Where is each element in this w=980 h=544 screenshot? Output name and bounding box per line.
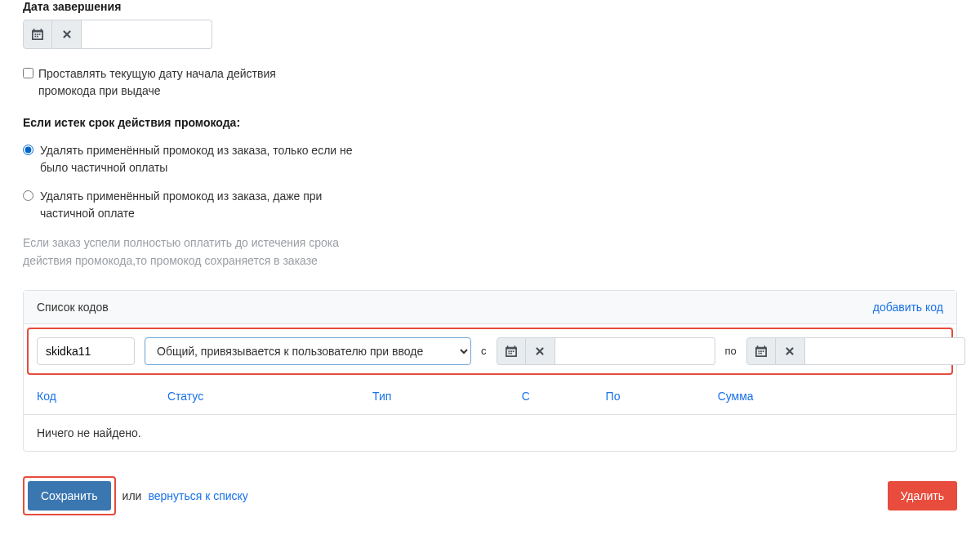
to-date-input[interactable] <box>805 337 965 365</box>
expiry-option1-row: Удалять применённый промокод из заказа, … <box>23 142 366 176</box>
expiry-section-title: Если истек срок действия промокода: <box>23 116 957 129</box>
save-button[interactable]: Сохранить <box>28 481 111 511</box>
table-header-type[interactable]: Тип <box>359 378 509 415</box>
add-code-link[interactable]: добавить код <box>873 301 943 314</box>
from-date-group <box>497 337 715 365</box>
codes-table: Код Статус Тип С По Сумма Ничего не найд… <box>24 378 956 451</box>
table-header-status[interactable]: Статус <box>154 378 359 415</box>
calendar-icon <box>506 346 517 357</box>
actions-left: Сохранить или вернуться к списку <box>23 476 248 515</box>
codes-panel-title: Список кодов <box>37 301 109 314</box>
end-date-input-group <box>23 20 957 49</box>
table-header-code[interactable]: Код <box>24 378 154 415</box>
calendar-icon <box>755 346 767 357</box>
table-header-sum[interactable]: Сумма <box>705 378 956 415</box>
codes-panel: Список кодов добавить код Общий, привязы… <box>23 290 957 452</box>
expiry-option2-label[interactable]: Удалять применённый промокод из заказа, … <box>40 188 366 222</box>
codes-panel-header: Список кодов добавить код <box>24 291 956 324</box>
expiry-help-text: Если заказ успели полностью оплатить до … <box>23 234 350 270</box>
type-select[interactable]: Общий, привязывается к пользователю при … <box>145 337 471 365</box>
table-header-from[interactable]: С <box>509 378 593 415</box>
table-header-to[interactable]: По <box>593 378 705 415</box>
to-date-group <box>746 337 965 365</box>
expiry-option1-radio[interactable] <box>23 145 33 155</box>
to-clear-button[interactable] <box>776 337 805 365</box>
code-row: Общий, привязывается к пользователю при … <box>27 328 953 375</box>
empty-message: Ничего не найдено. <box>24 414 956 451</box>
set-current-date-label[interactable]: Проставлять текущую дату начала действия… <box>38 65 333 100</box>
end-date-input[interactable] <box>82 20 212 49</box>
close-icon <box>61 29 73 40</box>
set-current-date-checkbox[interactable] <box>23 68 33 78</box>
save-button-highlight: Сохранить <box>23 476 116 515</box>
code-input[interactable] <box>37 337 135 365</box>
expiry-option2-radio[interactable] <box>23 190 33 201</box>
to-label: по <box>725 345 737 357</box>
expiry-option1-label[interactable]: Удалять применённый промокод из заказа, … <box>40 142 366 176</box>
end-date-label: Дата завершения <box>23 0 957 13</box>
close-icon <box>534 346 546 357</box>
calendar-icon <box>32 29 43 40</box>
from-calendar-button[interactable] <box>497 337 526 365</box>
actions-row: Сохранить или вернуться к списку Удалить <box>23 476 957 532</box>
set-current-date-row: Проставлять текущую дату начала действия… <box>23 65 333 100</box>
expiry-option2-row: Удалять применённый промокод из заказа, … <box>23 188 366 222</box>
return-link[interactable]: вернуться к списку <box>148 489 247 502</box>
calendar-icon-button[interactable] <box>23 20 52 49</box>
table-row: Ничего не найдено. <box>24 414 956 451</box>
to-calendar-button[interactable] <box>746 337 776 365</box>
delete-button[interactable]: Удалить <box>888 481 957 511</box>
close-icon <box>784 346 795 357</box>
or-text: или <box>122 489 142 502</box>
from-label: с <box>481 345 487 357</box>
from-clear-button[interactable] <box>526 337 555 365</box>
from-date-input[interactable] <box>555 337 715 365</box>
clear-date-button[interactable] <box>52 20 82 49</box>
